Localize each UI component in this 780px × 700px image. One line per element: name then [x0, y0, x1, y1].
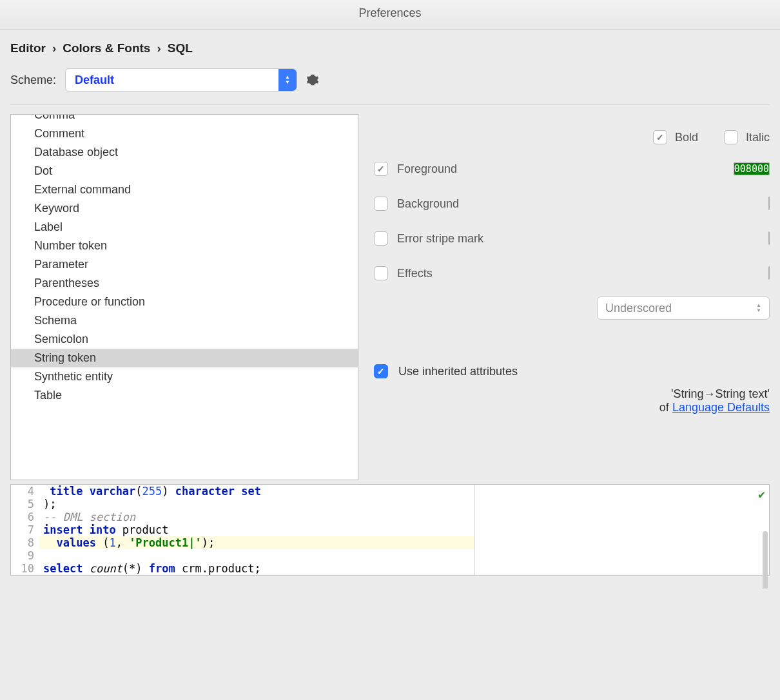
code-line[interactable]: 8 values (1, 'Product1|'); — [11, 536, 474, 549]
breadcrumb-part[interactable]: Colors & Fonts — [63, 41, 150, 55]
line-number: 6 — [11, 510, 39, 523]
code-content: insert into product — [39, 523, 474, 536]
code-line[interactable]: 4 title varchar(255) character set — [11, 485, 474, 498]
error-stripe-checkbox[interactable] — [374, 231, 388, 246]
code-content: select count(*) from crm.product; — [39, 562, 474, 575]
token-item[interactable]: Procedure or function — [11, 293, 358, 311]
scheme-select[interactable]: Default ▲▼ — [65, 68, 297, 92]
code-content: ); — [39, 498, 474, 510]
breadcrumb: Editor › Colors & Fonts › SQL — [10, 41, 770, 55]
error-stripe-label: Error stripe mark — [397, 232, 483, 246]
attribute-panel: Bold Italic Foreground 008000 Background — [374, 114, 770, 480]
effects-color-swatch[interactable] — [768, 266, 770, 280]
effects-style-select[interactable]: Underscored ▲▼ — [597, 297, 770, 320]
token-item[interactable]: External command — [11, 180, 358, 199]
token-item[interactable]: Parameter — [11, 255, 358, 274]
line-number: 8 — [11, 536, 39, 549]
effects-checkbox[interactable] — [374, 266, 388, 280]
inherited-source-text: 'String→String text' — [374, 387, 770, 401]
line-number: 5 — [11, 498, 39, 510]
token-item[interactable]: Comment — [11, 124, 358, 143]
effects-style-value: Underscored — [605, 302, 672, 315]
token-item[interactable]: Table — [11, 386, 358, 405]
token-item[interactable]: Synthetic entity — [11, 367, 358, 386]
chevron-right-icon: › — [52, 41, 56, 55]
code-line[interactable]: 9 — [11, 549, 474, 562]
token-item[interactable]: String token — [11, 349, 358, 367]
line-number: 9 — [11, 549, 39, 562]
chevron-right-icon: › — [157, 41, 161, 55]
inherited-of-text: of — [659, 401, 669, 414]
code-content — [39, 549, 474, 562]
code-preview[interactable]: 4 title varchar(255) character set5);6--… — [10, 484, 770, 576]
token-item[interactable]: Label — [11, 218, 358, 237]
foreground-checkbox[interactable] — [374, 162, 388, 176]
bold-label: Bold — [675, 131, 698, 144]
code-line[interactable]: 6-- DML section — [11, 510, 474, 523]
italic-label: Italic — [746, 131, 770, 144]
token-item[interactable]: Database object — [11, 143, 358, 162]
italic-checkbox[interactable] — [724, 130, 738, 144]
foreground-color-swatch[interactable]: 008000 — [734, 162, 770, 175]
error-stripe-color-swatch[interactable] — [768, 231, 770, 245]
token-item[interactable]: Schema — [11, 311, 358, 330]
use-inherited-label: Use inherited attributes — [398, 365, 518, 378]
scheme-label: Scheme: — [10, 73, 56, 87]
scrollbar-thumb[interactable] — [763, 531, 768, 588]
scheme-value: Default — [66, 73, 278, 87]
line-number: 7 — [11, 523, 39, 536]
chevron-up-down-icon: ▲▼ — [278, 69, 297, 91]
code-content: -- DML section — [39, 510, 474, 523]
token-item[interactable]: Dot — [11, 162, 358, 180]
token-item[interactable]: Number token — [11, 237, 358, 255]
check-icon: ✔ — [758, 487, 765, 501]
breadcrumb-part: SQL — [168, 41, 193, 55]
code-content: title varchar(255) character set — [39, 485, 474, 498]
line-number: 4 — [11, 485, 39, 498]
code-content: values (1, 'Product1|'); — [39, 536, 474, 549]
breadcrumb-part[interactable]: Editor — [10, 41, 46, 55]
token-item[interactable]: Keyword — [11, 199, 358, 218]
background-checkbox[interactable] — [374, 197, 388, 211]
effects-label: Effects — [397, 267, 433, 280]
background-color-swatch[interactable] — [768, 197, 770, 210]
code-line[interactable]: 7insert into product — [11, 523, 474, 536]
line-number: 10 — [11, 562, 39, 575]
chevron-up-down-icon: ▲▼ — [756, 303, 761, 313]
divider — [10, 104, 770, 105]
token-list[interactable]: CommaCommentDatabase objectDotExternal c… — [10, 114, 358, 480]
token-item[interactable]: Semicolon — [11, 330, 358, 349]
token-item[interactable]: Parentheses — [11, 274, 358, 293]
language-defaults-link[interactable]: Language Defaults — [672, 401, 770, 414]
window-title: Preferences — [0, 0, 780, 30]
foreground-label: Foreground — [397, 162, 457, 176]
code-line[interactable]: 5); — [11, 498, 474, 510]
use-inherited-checkbox[interactable] — [374, 364, 388, 378]
gear-icon[interactable] — [306, 73, 319, 86]
bold-checkbox[interactable] — [653, 130, 667, 144]
background-label: Background — [397, 197, 459, 211]
token-item[interactable]: Comma — [11, 114, 358, 124]
code-line[interactable]: 10select count(*) from crm.product; — [11, 562, 474, 575]
